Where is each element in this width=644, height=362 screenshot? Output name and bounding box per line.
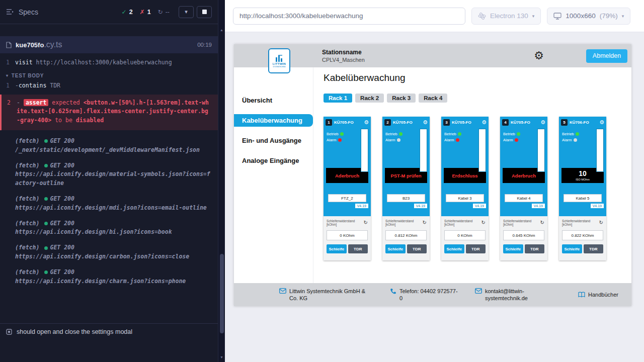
scroll-down-arrow[interactable]: ▼ [218,355,225,359]
schleife-button[interactable]: Schleife [503,244,523,253]
fetch-log-entry[interactable]: (fetch)GET 200 https://api.iconify.desig… [0,219,218,237]
browser-select[interactable]: Electron 130 ▾ [471,8,541,25]
chevron-down-icon: ▾ [6,73,9,78]
tab-rack-4[interactable]: Rack 4 [419,94,447,103]
betrieb-led [517,132,520,136]
alarm-led [515,138,518,142]
refresh-icon[interactable]: ↻ [540,220,544,225]
alarm-led [456,138,459,142]
device-card-3: 3 KÜ705-FO ⚙ Betrieb Alarm Erdschluss K [441,117,489,260]
refresh-icon[interactable]: ↻ [423,220,427,225]
card-number: 2 [384,119,391,126]
contains-command[interactable]: 1-contains TDR [0,80,218,91]
aut-toolbar: Electron 130 ▾ 1000x660 (79%) ▾ [225,0,644,32]
betrieb-led [340,132,344,136]
failed-assertion[interactable]: 2- assert expected <button.w-[50%].h-[1.… [0,95,218,130]
logout-button[interactable]: Abmelden [586,49,627,63]
betrieb-label: Betrieb [503,132,515,136]
footer-email-link[interactable]: kontakt@littwin-systemtechnik.de [485,288,563,302]
book-icon [578,292,585,298]
sidebar-item-kabelueberwachung[interactable]: Kabelüberwachung [234,114,313,127]
status-ok-dot [44,197,48,201]
station-name: CPLV4_Maschen [322,57,365,63]
card-number: 1 [326,119,332,126]
fetch-url: https://api.iconify.design/charm.json?ic… [15,277,212,286]
firmware-version: V4.19 [355,204,368,208]
resistance-value: 0 KOhm [327,230,368,240]
footer-manuals[interactable]: Handbücher [578,291,618,298]
pending-stat: ↻-- [158,9,170,16]
app-header: LITTWIN SYSTEMTECHNIK Stationsname CPLV4… [234,44,631,67]
next-test-row[interactable]: should open and close the settings modal [0,323,218,340]
card-gear-icon[interactable]: ⚙ [599,120,604,125]
fetch-log-entry[interactable]: (fetch)GET 200 https://api.iconify.desig… [0,243,218,261]
fetch-log-entry[interactable]: (fetch)GET 200 https://api.iconify.desig… [0,195,218,213]
viewport-zoom: (79%) [600,12,618,20]
visit-command[interactable]: 1visit http://localhost:3000/kabelueberw… [0,57,218,68]
test-body-section[interactable]: ▾ TEST BODY [0,68,218,80]
phone-icon [390,288,396,295]
specs-menu-icon[interactable] [6,9,14,15]
tab-rack-3[interactable]: Rack 3 [387,94,416,103]
tab-rack-2[interactable]: Rack 2 [355,94,384,103]
viewport-icon [553,13,561,20]
cable-meter [596,129,604,172]
schleife-button[interactable]: Schleife [444,244,464,253]
aut-panel: Electron 130 ▾ 1000x660 (79%) ▾ [225,0,644,362]
tdr-button[interactable]: TDR [466,244,486,253]
card-gear-icon[interactable]: ⚙ [364,120,369,125]
alarm-led [397,138,400,142]
tdr-button[interactable]: TDR [525,244,545,253]
refresh-icon[interactable]: ↻ [481,220,486,225]
settings-gear-icon[interactable]: ⚙ [534,50,544,61]
fetch-url: https://api.iconify.design/material-symb… [15,170,212,188]
scroll-up-arrow[interactable]: ▲ [218,28,225,32]
betrieb-label: Betrieb [562,132,574,136]
refresh-icon[interactable]: ↻ [599,220,603,225]
tdr-button[interactable]: TDR [407,244,427,253]
alarm-label: Alarm [503,138,513,142]
stop-icon [202,10,207,14]
fetch-log-entry[interactable]: (fetch)GET 200 /_next/static/development… [0,137,218,155]
card-gear-icon[interactable]: ⚙ [481,120,487,125]
spec-duration: 00:19 [197,42,212,48]
betrieb-label: Betrieb [444,132,456,136]
tdr-button[interactable]: TDR [584,244,604,253]
littwin-logo: LITTWIN SYSTEMTECHNIK [268,48,290,73]
card-gear-icon[interactable]: ⚙ [423,120,428,125]
schleife-button[interactable]: Schleife [562,244,582,253]
refresh-icon[interactable]: ↻ [364,220,368,225]
tab-rack-1[interactable]: Rack 1 [324,94,352,103]
reporter-scrollbar[interactable]: ▲ ▼ [218,0,225,362]
schleife-button[interactable]: Schleife [327,244,347,253]
logo-subtext: SYSTEMTECHNIK [273,66,286,68]
fetch-log-entry[interactable]: (fetch)GET 200 https://api.iconify.desig… [0,161,218,188]
collapse-button[interactable]: ▾ [179,6,194,18]
stop-button[interactable] [197,6,212,18]
sidebar-item-uebersicht[interactable]: Übersicht [234,94,313,107]
spec-name[interactable]: kue705fo.cy.ts [16,40,62,49]
viewport-select[interactable]: 1000x660 (79%) ▾ [547,8,630,25]
device-card-1: 1 KÜ705-FO ⚙ Betrieb Alarm Aderbruch FT [324,117,371,260]
card-model: KÜ705-FO [334,120,362,125]
sidebar-item-ein-ausgaenge[interactable]: Ein- und Ausgänge [234,134,313,147]
url-input[interactable] [233,8,465,25]
resistance-value: 0.812 KOhm [385,230,427,240]
fetch-log-entry[interactable]: (fetch)GET 200 https://api.iconify.desig… [0,268,218,286]
footer-phone: Telefon: 04402 972577-0 [390,288,460,302]
cypress-reporter-panel: Specs ✓2 ✗1 ↻-- ▾ kue705fo.cy.ts 00:19 [0,0,218,362]
alarm-label: Alarm [444,138,454,142]
scrollbar-thumb[interactable] [220,254,224,333]
card-gear-icon[interactable]: ⚙ [540,120,545,125]
alarm-label: Alarm [562,138,572,142]
tdr-button[interactable]: TDR [348,244,368,253]
schleife-button[interactable]: Schleife [385,244,406,253]
footer-email: kontakt@littwin-systemtechnik.de [475,288,563,302]
resistance-label: Schleifenwiderstand [kOhm] [327,219,364,226]
check-icon: ✓ [122,9,127,16]
aut-stage: LITTWIN SYSTEMTECHNIK Stationsname CPLV4… [225,32,644,362]
specs-label[interactable]: Specs [19,8,38,16]
skyline-icon [275,54,284,62]
logo-wordmark: LITTWIN [273,62,286,65]
sidebar-item-analoge-eingaenge[interactable]: Analoge Eingänge [234,154,313,167]
